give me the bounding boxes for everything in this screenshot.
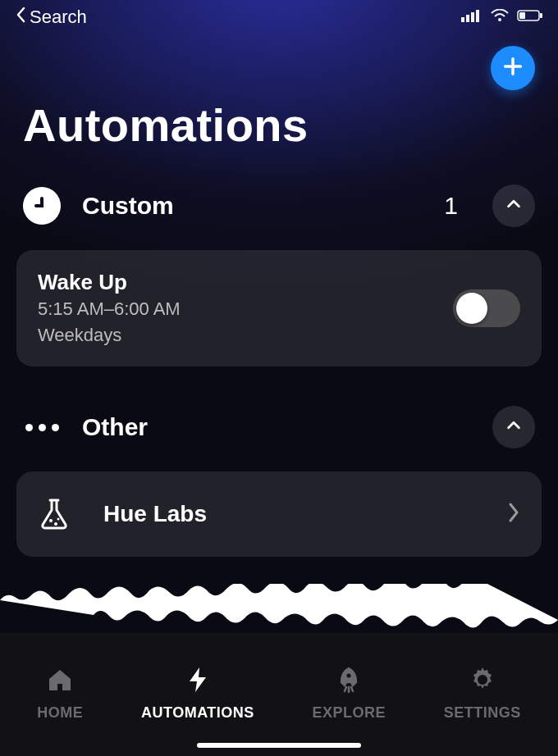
more-icon [23, 424, 61, 431]
svg-point-13 [479, 676, 486, 683]
section-count-custom: 1 [444, 192, 458, 220]
status-bar: Search [0, 0, 558, 28]
svg-rect-1 [466, 15, 469, 22]
chevron-up-icon [505, 195, 523, 216]
section-header-custom: Custom 1 [16, 184, 542, 227]
bolt-icon [184, 666, 212, 698]
home-icon [46, 666, 74, 698]
back-to-search-button[interactable]: Search [15, 7, 87, 28]
section-title-other: Other [82, 413, 471, 441]
collapse-other-button[interactable] [492, 406, 535, 449]
back-chevron-icon [15, 7, 26, 28]
svg-point-9 [49, 519, 53, 522]
status-icons [461, 9, 543, 25]
bottom-nav: HOME AUTOMATIONS EXPLORE SETTINGS [0, 633, 558, 756]
svg-rect-7 [540, 13, 542, 18]
other-card-hue-labs[interactable]: Hue Labs [16, 471, 542, 557]
plus-icon [501, 55, 524, 81]
section-title-custom: Custom [82, 192, 423, 220]
flask-icon [38, 498, 71, 531]
svg-point-11 [57, 518, 60, 521]
nav-home[interactable]: HOME [37, 666, 83, 722]
chevron-right-icon [507, 502, 520, 526]
collapse-custom-button[interactable] [492, 184, 535, 227]
other-item-title: Hue Labs [103, 501, 207, 527]
svg-rect-3 [476, 10, 479, 22]
nav-label-explore: EXPLORE [312, 704, 386, 722]
add-automation-button[interactable] [491, 46, 535, 90]
automation-title: Wake Up [38, 270, 181, 295]
svg-point-12 [347, 674, 351, 678]
automation-toggle-wake-up[interactable] [453, 289, 520, 327]
back-label: Search [30, 7, 87, 28]
automation-card-wake-up[interactable]: Wake Up 5:15 AM–6:00 AM Weekdays [16, 250, 542, 367]
signal-icon [461, 9, 483, 25]
toggle-knob [456, 293, 487, 324]
svg-rect-2 [471, 12, 474, 22]
automation-days: Weekdays [38, 323, 181, 348]
nav-label-settings: SETTINGS [444, 704, 521, 722]
chevron-up-icon [505, 417, 523, 438]
rocket-icon [335, 666, 363, 698]
section-header-other: Other [16, 406, 542, 449]
nav-explore[interactable]: EXPLORE [312, 666, 386, 722]
automation-time-range: 5:15 AM–6:00 AM [38, 297, 181, 321]
nav-label-home: HOME [37, 704, 83, 722]
nav-label-automations: AUTOMATIONS [141, 704, 254, 722]
page-title: Automations [0, 90, 558, 184]
clock-icon [23, 187, 61, 225]
svg-rect-0 [461, 17, 464, 22]
home-indicator[interactable] [197, 743, 361, 748]
svg-point-10 [54, 522, 57, 526]
svg-point-4 [498, 18, 501, 21]
wifi-icon [491, 9, 509, 25]
nav-automations[interactable]: AUTOMATIONS [141, 666, 254, 722]
torn-edge-decoration [0, 584, 558, 633]
svg-rect-6 [519, 12, 525, 19]
nav-settings[interactable]: SETTINGS [444, 666, 521, 722]
battery-icon [517, 9, 543, 25]
gear-icon [469, 666, 496, 698]
